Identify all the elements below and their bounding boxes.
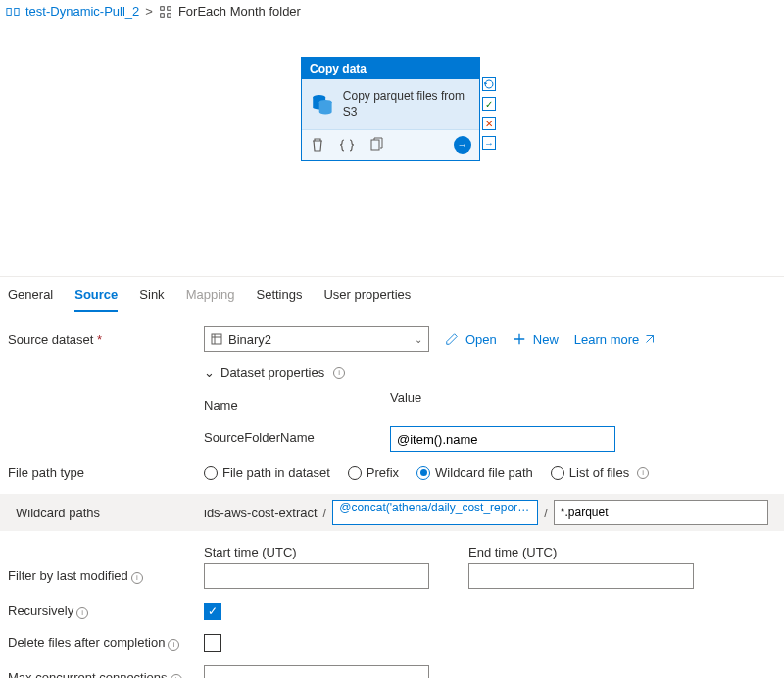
dataset-properties-toggle[interactable]: ⌄ Dataset properties i xyxy=(204,365,776,380)
wildcard-folder-input[interactable]: @concat('athena/daily_cost_report/dai... xyxy=(332,500,538,525)
svg-rect-4 xyxy=(161,13,165,17)
tab-settings[interactable]: Settings xyxy=(257,287,303,312)
radio-wildcard-file-path[interactable]: Wildcard file path xyxy=(416,465,533,480)
wildcard-container: ids-aws-cost-extract xyxy=(204,506,318,520)
wildcard-paths-label: Wildcard paths xyxy=(8,506,204,520)
delete-activity-button[interactable] xyxy=(310,137,325,153)
activity-output-handle[interactable]: → xyxy=(454,136,471,154)
copy-data-icon xyxy=(310,91,335,119)
delete-after-label: Delete files after completioni xyxy=(8,635,204,651)
tab-sink[interactable]: Sink xyxy=(139,287,164,312)
svg-rect-3 xyxy=(168,6,172,10)
failure-handle[interactable]: ✕ xyxy=(482,117,496,130)
info-icon[interactable]: i xyxy=(637,467,649,479)
open-dataset-button[interactable]: Open xyxy=(445,332,497,347)
filter-by-last-modified-label: Filter by last modifiedi xyxy=(8,568,204,584)
clone-activity-button[interactable] xyxy=(368,137,384,153)
svg-rect-1 xyxy=(15,8,19,15)
svg-rect-2 xyxy=(161,6,165,10)
start-time-label: Start time (UTC) xyxy=(204,545,429,559)
success-handle[interactable]: ✓ xyxy=(482,97,496,111)
activity-tabs: General Source Sink Mapping Settings Use… xyxy=(0,277,784,313)
activity-body: Copy parquet files from S3 xyxy=(302,79,479,129)
tab-mapping[interactable]: Mapping xyxy=(186,287,235,312)
tab-general[interactable]: General xyxy=(8,287,53,312)
breadcrumb-separator: > xyxy=(145,4,153,19)
source-dataset-select[interactable]: Binary2 ⌄ xyxy=(204,326,429,352)
pipeline-canvas[interactable]: Copy data Copy parquet files from S3 → ✓… xyxy=(0,23,784,277)
props-value-header: Value xyxy=(390,390,615,405)
skip-handle[interactable] xyxy=(482,77,496,91)
breadcrumb-parent[interactable]: test-Dynamic-Pull_2 xyxy=(25,4,139,19)
copy-data-activity[interactable]: Copy data Copy parquet files from S3 → xyxy=(301,57,480,161)
svg-rect-9 xyxy=(212,334,221,344)
activity-type-label: Copy data xyxy=(302,58,479,79)
recursively-checkbox[interactable]: ✓ xyxy=(204,603,221,620)
activity-outcome-handles: ✓ ✕ → xyxy=(482,77,496,150)
info-icon[interactable]: i xyxy=(168,639,179,651)
props-name-header: Name xyxy=(204,398,331,412)
breadcrumb: test-Dynamic-Pull_2 > ForEach Month fold… xyxy=(0,0,784,23)
activity-footer: → xyxy=(302,129,479,160)
wildcard-paths-row: Wildcard paths ids-aws-cost-extract / @c… xyxy=(0,494,784,531)
radio-prefix[interactable]: Prefix xyxy=(348,465,399,480)
max-concurrent-input[interactable] xyxy=(204,665,429,678)
svg-rect-8 xyxy=(371,140,379,150)
info-icon[interactable]: i xyxy=(131,572,143,584)
wildcard-file-input[interactable] xyxy=(554,500,768,525)
svg-rect-5 xyxy=(168,13,172,17)
file-path-type-label: File path type xyxy=(8,465,204,480)
tab-user-properties[interactable]: User properties xyxy=(323,287,411,312)
props-name-value: SourceFolderName xyxy=(204,430,331,445)
max-concurrent-label: Max concurrent connectionsi xyxy=(8,670,204,678)
info-icon[interactable]: i xyxy=(333,367,345,379)
delete-after-checkbox[interactable] xyxy=(204,634,221,652)
props-value-input[interactable] xyxy=(390,426,615,452)
activity-name: Copy parquet files from S3 xyxy=(343,89,471,120)
code-activity-button[interactable] xyxy=(339,137,355,153)
breadcrumb-current: ForEach Month folder xyxy=(178,4,301,19)
learn-more-link[interactable]: Learn more xyxy=(574,332,660,347)
end-time-label: End time (UTC) xyxy=(468,545,694,559)
foreach-icon xyxy=(159,5,172,19)
info-icon[interactable]: i xyxy=(171,674,182,678)
external-link-icon xyxy=(643,332,657,346)
pencil-icon xyxy=(445,332,459,346)
tab-source[interactable]: Source xyxy=(74,287,118,312)
dataset-properties-section: ⌄ Dataset properties i Name SourceFolder… xyxy=(204,365,776,452)
completion-handle[interactable]: → xyxy=(482,136,496,150)
source-dataset-label: Source dataset * xyxy=(8,332,204,347)
svg-rect-0 xyxy=(7,8,11,15)
radio-list-of-files[interactable]: List of filesi xyxy=(551,465,649,480)
info-icon[interactable]: i xyxy=(76,607,88,619)
start-time-input[interactable] xyxy=(204,563,429,589)
new-dataset-button[interactable]: New xyxy=(513,332,559,347)
plus-icon xyxy=(513,332,526,346)
source-dataset-value: Binary2 xyxy=(228,332,271,347)
dataset-icon xyxy=(211,333,222,345)
radio-file-path-in-dataset[interactable]: File path in dataset xyxy=(204,465,330,480)
chevron-down-icon: ⌄ xyxy=(204,365,215,380)
chevron-down-icon: ⌄ xyxy=(415,334,422,345)
end-time-input[interactable] xyxy=(468,563,694,589)
recursively-label: Recursivelyi xyxy=(8,604,204,619)
source-form: Source dataset * Binary2 ⌄ Open New Lear… xyxy=(0,313,784,678)
pipeline-icon xyxy=(6,5,20,19)
